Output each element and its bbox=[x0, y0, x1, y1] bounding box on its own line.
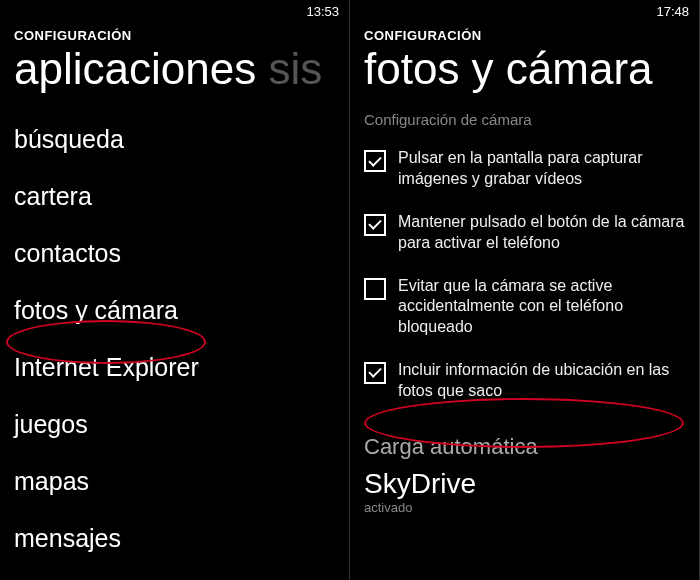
page-title: fotos y cámara bbox=[364, 45, 685, 93]
pivot-next: sis bbox=[256, 44, 322, 93]
pivot-active: aplicaciones bbox=[14, 44, 256, 93]
list-item-contactos[interactable]: contactos bbox=[14, 225, 335, 282]
section-label-camera: Configuración de cámara bbox=[350, 93, 699, 140]
breadcrumb: CONFIGURACIÓN bbox=[364, 28, 685, 43]
status-bar: 13:53 bbox=[0, 0, 349, 22]
option-include-location[interactable]: Incluir información de ubicación en las … bbox=[350, 352, 699, 416]
list-item-mapas[interactable]: mapas bbox=[14, 453, 335, 510]
option-label: Incluir información de ubicación en las … bbox=[398, 360, 685, 402]
page-header: CONFIGURACIÓN aplicaciones sis bbox=[0, 22, 349, 93]
pivot[interactable]: aplicaciones sis bbox=[14, 45, 335, 93]
page-header: CONFIGURACIÓN fotos y cámara bbox=[350, 22, 699, 93]
list-item-fotos-camara[interactable]: fotos y cámara bbox=[14, 282, 335, 339]
list-item-internet-explorer[interactable]: Internet Explorer bbox=[14, 339, 335, 396]
option-hold-wake[interactable]: Mantener pulsado el botón de la cámara p… bbox=[350, 204, 699, 268]
list-item-mensajes[interactable]: mensajes bbox=[14, 510, 335, 567]
status-bar: 17:48 bbox=[350, 0, 699, 22]
screen-settings-apps: 13:53 CONFIGURACIÓN aplicaciones sis bús… bbox=[0, 0, 350, 580]
apps-list: búsqueda cartera contactos fotos y cámar… bbox=[0, 93, 349, 567]
clock: 17:48 bbox=[656, 4, 689, 19]
list-item-cartera[interactable]: cartera bbox=[14, 168, 335, 225]
option-tap-capture[interactable]: Pulsar en la pantalla para capturar imág… bbox=[350, 140, 699, 204]
checkbox-icon bbox=[364, 214, 386, 236]
option-label: Pulsar en la pantalla para capturar imág… bbox=[398, 148, 685, 190]
section-label-autoload: Carga automática bbox=[350, 416, 699, 464]
checkbox-icon bbox=[364, 278, 386, 300]
list-item-juegos[interactable]: juegos bbox=[14, 396, 335, 453]
screen-fotos-camara: 17:48 CONFIGURACIÓN fotos y cámara Confi… bbox=[350, 0, 700, 580]
clock: 13:53 bbox=[306, 4, 339, 19]
breadcrumb: CONFIGURACIÓN bbox=[14, 28, 335, 43]
list-item-busqueda[interactable]: búsqueda bbox=[14, 111, 335, 168]
checkbox-icon bbox=[364, 362, 386, 384]
checkbox-icon bbox=[364, 150, 386, 172]
option-label: Mantener pulsado el botón de la cámara p… bbox=[398, 212, 685, 254]
option-prevent-accidental[interactable]: Evitar que la cámara se active accidenta… bbox=[350, 268, 699, 352]
option-label: Evitar que la cámara se active accidenta… bbox=[398, 276, 685, 338]
skydrive-state: activado bbox=[350, 500, 699, 515]
skydrive-row[interactable]: SkyDrive bbox=[350, 464, 699, 500]
